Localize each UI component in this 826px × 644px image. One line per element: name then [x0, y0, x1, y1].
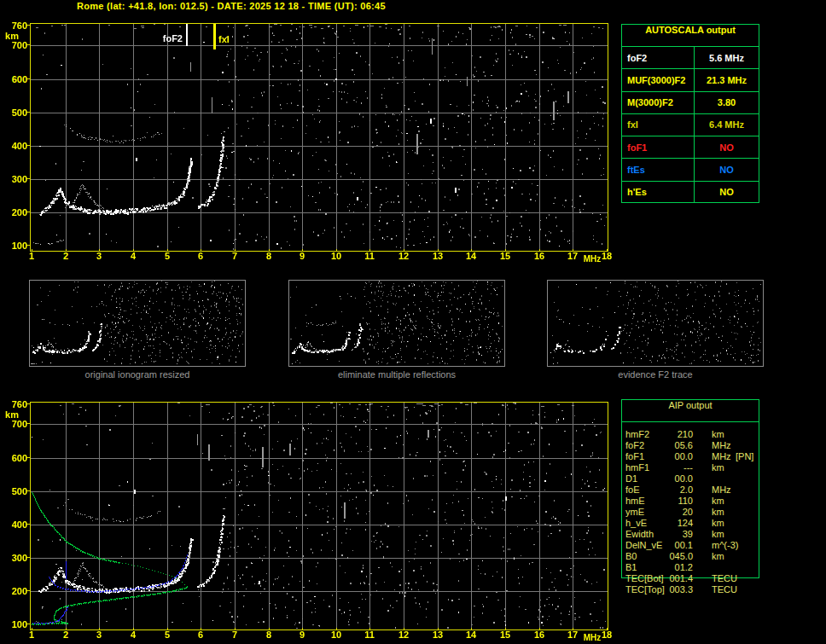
x-axis-tick-mark: [201, 628, 201, 630]
fof2-marker-label: foF2: [148, 33, 183, 44]
aip-row-ewidth: Ewidth39km: [621, 529, 759, 540]
fxi-marker-line: [213, 24, 216, 49]
aip-row-value: 110: [666, 496, 693, 507]
autoscala-row-value: 3.80: [695, 97, 759, 107]
aip-row-unit: MHz: [712, 440, 736, 451]
autoscala-row-label: M(3000)F2: [622, 92, 695, 113]
aip-row-label: hmE: [621, 496, 666, 507]
autoscala-row-label: foF2: [622, 47, 695, 68]
autoscala-row-fxi: fxI6.4 MHz: [622, 113, 759, 136]
aip-row-extra: [PN]: [736, 451, 759, 462]
aip-row-extra: [736, 529, 759, 540]
autoscala-row-label: MUF(3000)F2: [622, 69, 695, 90]
aip-row-label: h_vE: [621, 518, 666, 529]
x-axis-tick-mark: [573, 249, 573, 252]
aip-row-label: foF2: [621, 440, 666, 451]
aip-row-hmf2: hmF2210km: [621, 429, 759, 440]
x-axis-tick-label: 16: [526, 629, 552, 640]
thumbnail-canvas: [289, 281, 503, 364]
x-axis-tick-mark: [336, 249, 337, 252]
aip-row-unit: MHz: [712, 484, 736, 496]
x-axis-tick-label: 1: [19, 251, 44, 261]
autoscala-table-rows: foF25.6 MHzMUF(3000)F221.3 MHzM(3000)F23…: [622, 47, 759, 203]
autoscala-row-value: 6.4 MHz: [695, 119, 759, 130]
autoscala-row-value: NO: [695, 142, 759, 153]
autoscala-row-fof1: foF1NO: [622, 136, 759, 158]
x-axis-tick-label: 3: [86, 629, 112, 640]
x-axis-unit-label: MHz: [579, 633, 605, 643]
x-axis-tick-label: 4: [120, 629, 146, 640]
aip-row-d1: D100.0: [621, 473, 759, 484]
aip-row-unit: TECU: [712, 573, 736, 584]
aip-row-fof1: foF100.0MHz[PN]: [621, 451, 759, 462]
y-axis-tick-mark: [26, 557, 30, 558]
aip-row-unit: m^(-3): [712, 540, 736, 551]
autoscala-row-label: ftEs: [622, 159, 695, 180]
aip-row-label: B1: [621, 562, 666, 573]
y-axis-tick-label: 500: [2, 486, 27, 496]
autoscala-output-table: AUTOSCALA output foF25.6 MHzMUF(3000)F22…: [621, 24, 759, 203]
x-axis-tick-label: 1: [19, 629, 44, 640]
aip-row-unit: km: [712, 507, 736, 518]
x-axis-tick-label: 12: [391, 251, 416, 261]
x-axis-tick-label: 2: [53, 629, 79, 640]
x-axis-tick-mark: [269, 249, 270, 252]
aip-row-yme: ymE20km: [621, 507, 759, 518]
x-axis-tick-mark: [235, 249, 236, 252]
x-axis-tick-mark: [369, 249, 370, 252]
aip-row-unit: km: [712, 518, 736, 529]
x-axis-tick-label: 7: [222, 251, 247, 261]
x-axis-tick-mark: [133, 249, 134, 252]
autoscala-row-muf3000f2: MUF(3000)F221.3 MHz: [622, 68, 759, 90]
x-axis-tick-label: 15: [492, 629, 518, 640]
y-axis-tick-label: 600: [2, 453, 27, 463]
aip-row-extra: [736, 496, 759, 507]
aip-row-unit: km: [712, 551, 736, 562]
thumbnail-canvas: [548, 281, 761, 364]
aip-row-value: 003.3: [666, 584, 693, 595]
aip-row-hve: h_vE124km: [621, 518, 759, 529]
aip-row-label: B0: [621, 551, 666, 562]
y-axis-tick-label: 760: [2, 399, 27, 409]
x-axis-tick-mark: [133, 628, 134, 630]
x-axis-tick-mark: [471, 249, 472, 252]
y-axis-tick-mark: [26, 457, 30, 458]
x-axis-tick-label: 11: [357, 629, 382, 640]
aip-row-label: ymE: [621, 507, 666, 518]
autoscala-row-hes: h'EsNO: [622, 181, 759, 203]
y-axis-tick-label: 760: [2, 20, 27, 31]
x-axis-unit-label: MHz: [579, 254, 605, 264]
autoscala-app-window: Rome (lat: +41.8, lon: 012.5) - DATE: 20…: [0, 0, 826, 644]
y-axis-tick-mark: [26, 524, 30, 525]
aip-row-hme: hmE110km: [621, 496, 759, 507]
x-axis-tick-mark: [66, 249, 67, 252]
y-axis-tick-label: 100: [2, 241, 27, 251]
y-axis-tick-mark: [26, 403, 30, 404]
x-axis-tick-mark: [607, 249, 608, 252]
y-axis-tick-mark: [26, 112, 30, 113]
y-axis-unit-label: km: [2, 31, 19, 41]
y-axis-tick-mark: [26, 624, 30, 624]
aip-row-extra: [736, 507, 759, 518]
aip-row-extra: [736, 562, 759, 573]
x-axis-tick-mark: [404, 628, 404, 630]
aip-row-extra: [736, 518, 759, 529]
y-axis-tick-label: 200: [2, 207, 27, 218]
aip-row-extra: [736, 540, 759, 551]
aip-row-value: 2.0: [666, 484, 693, 496]
autoscala-table-title: AUTOSCALA output: [622, 25, 759, 47]
aip-row-label: TEC[Top]: [621, 584, 666, 595]
x-axis-tick-mark: [404, 249, 404, 252]
aip-row-unit: TECU: [712, 584, 736, 595]
x-axis-tick-label: 11: [357, 251, 382, 261]
aip-row-extra: [736, 473, 759, 484]
autoscala-row-label: foF1: [622, 136, 695, 158]
aip-row-extra: [736, 429, 759, 440]
aip-row-label: foF1: [621, 451, 666, 462]
x-axis-tick-mark: [573, 628, 573, 630]
aip-row-value: ---: [666, 462, 693, 473]
x-axis-tick-label: 13: [425, 629, 451, 640]
autoscala-row-value: NO: [695, 187, 759, 197]
aip-row-fof2: foF205.6MHz: [621, 440, 759, 451]
x-axis-tick-label: 15: [492, 251, 518, 261]
